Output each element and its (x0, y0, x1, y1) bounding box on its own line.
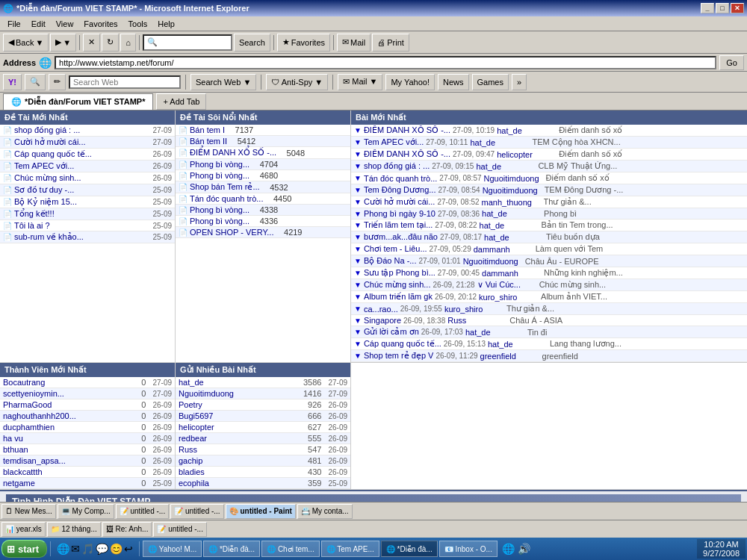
taskbar3-btn3[interactable]: 🖼 Re: Anh... (102, 522, 152, 537)
refresh-button[interactable]: ↻ (102, 34, 119, 52)
col3-list-item: ▼Sưu tập Phong bì...27-09, 00:45dammanhN… (351, 267, 747, 279)
taskbar2-btn4[interactable]: 📝 untitled -... (170, 504, 223, 519)
col1-section: Đề Tài Mới Nhất 📄shop đồng giá : ...27-0… (0, 111, 176, 362)
menu-view[interactable]: View (52, 18, 78, 30)
taskbar-btn-yahoo[interactable]: 🌐 Yahoo! M... (143, 541, 202, 557)
yahoo-news-button[interactable]: News (438, 74, 469, 90)
member-list-item: PharmaGood026-09 (0, 399, 175, 411)
minimize-button[interactable]: _ (701, 3, 714, 13)
menu-help[interactable]: Help (153, 18, 179, 30)
stop-button[interactable]: ✕ (83, 34, 100, 52)
taskbar2-btn5[interactable]: 🎨 untitled - Paint (226, 504, 296, 519)
yahoo-icon-btn1[interactable]: 🔍 (25, 74, 46, 90)
col3-list-item: ▼Triển lãm tem tại...27-09, 08:22hat_deB… (351, 220, 747, 231)
taskbar3-btn2[interactable]: 📁 12 tháng... (47, 522, 101, 537)
toolbar-separator-2 (139, 35, 140, 50)
main-toolbar: ◀ Back ▼ ▶ ▼ ✕ ↻ ⌂ 🔍 Search ★ Favorites … (0, 31, 747, 54)
taskbar2-btn1[interactable]: 🗒 New Mes... (1, 504, 56, 519)
active-tab[interactable]: 🌐 *Diễn đàn/Forum VIET STAMP* (3, 93, 153, 110)
taskbar-btn-dien1[interactable]: 🌐 *Diễn đà... (203, 541, 260, 557)
yahoo-sep-2 (261, 75, 261, 90)
clock[interactable]: 10:20 AM 9/27/2008 (697, 539, 746, 559)
go-button[interactable]: Go (719, 55, 744, 70)
search-label: Search (239, 38, 265, 47)
home-button[interactable]: ⌂ (120, 34, 136, 52)
taskbar2-btn2[interactable]: 💻 My Comp... (58, 504, 114, 519)
ie-icon[interactable]: 🌐 (57, 543, 69, 555)
yahoo-myyahoo-button[interactable]: My Yahoo! (385, 74, 435, 90)
menu-file[interactable]: File (3, 18, 25, 30)
menu-favorites[interactable]: Favorites (79, 18, 122, 30)
col2-list-item: 📄Phong bì vòng...4680 (176, 170, 350, 181)
toolbar-separator-1 (79, 35, 80, 50)
poster-list-item: Poetry92626-09 (176, 399, 350, 411)
taskbar-icon5[interactable]: 😊 (110, 543, 123, 555)
taskbar-icon6[interactable]: ↩ (124, 543, 133, 555)
col3-section: Bài Mới Nhất ▼ĐIỂM DANH XỔ SỐ -...27-09,… (351, 111, 747, 362)
col3-list-item: ▼Bộ Đáo Na -...27-09, 01:01Nguoitimduong… (351, 255, 747, 267)
address-label: Address (3, 58, 36, 67)
taskbar2-btn6[interactable]: 📇 My conta... (297, 504, 353, 519)
taskbar-btn-dien2[interactable]: 🌐 *Diễn đà... (381, 541, 438, 557)
member-list-item: blackcattth026-09 (0, 467, 175, 478)
title-bar-text: *Diễn đàn/Forum VIET STAMP* - Microsoft … (16, 4, 249, 13)
poster-list-item: Russ54726-09 (176, 444, 350, 455)
yahoo-more-button[interactable]: » (512, 74, 527, 90)
poster-list-item: ecophila35925-09 (176, 478, 350, 489)
col1-list-item: 📄Tôi là ai ?25-09 (0, 220, 175, 231)
col3-list-item: ▼ĐIỂM DANH XỔ SỐ -...27-09, 09:47helicop… (351, 149, 747, 161)
start-button[interactable]: ⊞ start (1, 540, 47, 558)
search-input[interactable] (158, 38, 225, 47)
forum-header-row: Đề Tài Mới Nhất 📄shop đồng giá : ...27-0… (0, 111, 747, 363)
yahoo-icon-btn2[interactable]: ✏ (49, 74, 66, 90)
taskbar2-btn3[interactable]: 📝 untitled -... (116, 504, 169, 519)
taskbar-quick-launch: 🌐 ✉ 🎵 💬 😊 ↩ (54, 543, 136, 555)
col3-list-item: ▼Shop tem rẻ đẹp V26-09, 11:29greenfield… (351, 350, 747, 362)
yahoo-mail-button[interactable]: ✉ Mail ▼ (338, 74, 382, 90)
back-button[interactable]: ◀ Back ▼ (3, 34, 49, 52)
forward-icon: ▶ (55, 37, 61, 47)
taskbar-btn-choi[interactable]: 🌐 Chơi tem... (261, 541, 320, 557)
search-button[interactable]: Search (234, 34, 270, 52)
forward-button[interactable]: ▶ ▼ (50, 34, 76, 52)
yahoo-search-input[interactable] (69, 75, 181, 89)
menu-bar: File Edit View Favorites Tools Help (0, 16, 747, 31)
volume-icon[interactable]: 🔊 (518, 543, 530, 555)
search-box-icon: 🔍 (147, 37, 158, 47)
col3-list-item: ▼Tem APEC với...27-09, 10:11hat_deTEM Cộ… (351, 137, 747, 149)
member-list-item: naghouthanhh200...026-09 (0, 411, 175, 422)
yahoo-antispyware-button[interactable]: 🛡 Anti-Spy ▼ (266, 74, 328, 90)
back-icon: ◀ (8, 37, 14, 47)
taskbar-icon4[interactable]: 💬 (96, 543, 108, 555)
menu-tools[interactable]: Tools (124, 18, 152, 30)
outlook-icon[interactable]: ✉ (71, 543, 80, 555)
member-list-item: ha vu026-09 (0, 433, 175, 444)
taskbar3-btn1[interactable]: 📊 year.xls (1, 522, 46, 537)
add-tab-button[interactable]: + Add Tab (156, 93, 206, 110)
maximize-button[interactable]: □ (716, 3, 729, 13)
forum-members-row: Thành Viên Mới Nhất Bocautrang027-09scet… (0, 363, 747, 490)
taskbar-btn-tem[interactable]: 🌐 Tem APE... (321, 541, 379, 557)
taskbar-btn-inbox[interactable]: 📧 Inbox - O... (439, 541, 498, 557)
yahoo-search-button[interactable]: Search Web ▼ (190, 74, 256, 90)
refresh-icon: ↻ (107, 37, 114, 47)
taskbar3-btn4[interactable]: 📝 untitled -... (153, 522, 206, 537)
mail-icon: ✉ (342, 37, 349, 47)
menu-edit[interactable]: Edit (27, 18, 50, 30)
print-button[interactable]: 🖨 Print (372, 34, 409, 52)
col3-list-item: ▼bươm...ak...đâu não27-09, 08:17hat_deTi… (351, 231, 747, 243)
poster-list-item: helicopter62726-09 (176, 422, 350, 433)
member-list-item: bthuan026-09 (0, 444, 175, 455)
taskbar-sep2 (139, 541, 140, 556)
close-button[interactable]: ✕ (731, 3, 744, 13)
col1-list-item: 📄Tổng kết!!!25-09 (0, 208, 175, 220)
yahoo-games-button[interactable]: Games (472, 74, 509, 90)
network-icon[interactable]: 🌐 (502, 543, 515, 555)
yahoo-logo-button[interactable]: Y! (3, 74, 22, 90)
mail-button[interactable]: ✉ Mail (337, 34, 371, 52)
address-input[interactable] (55, 56, 716, 69)
favorites-button[interactable]: ★ Favorites (277, 34, 330, 52)
col2-header: Đề Tài Sôi Nổi Nhất (176, 111, 350, 125)
media-icon[interactable]: 🎵 (81, 543, 94, 555)
col2-list-item: 📄Shop bán Tem rẻ...4532 (176, 181, 350, 193)
